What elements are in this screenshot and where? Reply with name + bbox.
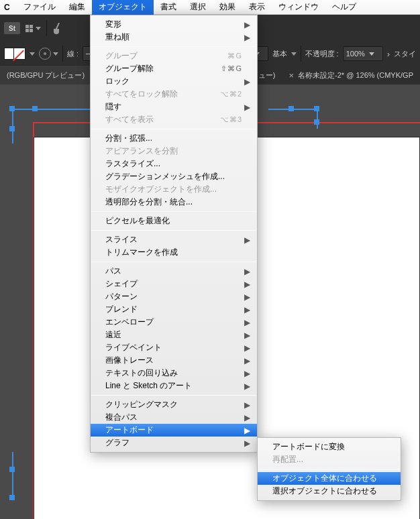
menu-item[interactable]: トリムマークを作成 <box>91 246 257 259</box>
menu-item[interactable]: 分割・拡張... <box>91 132 257 145</box>
submenu-arrow-icon: ▶ <box>244 20 250 30</box>
menu-item[interactable]: パス▶ <box>91 265 257 278</box>
menu-item-label: ライブペイント <box>105 342 162 353</box>
chevron-right-icon[interactable]: › <box>387 49 390 59</box>
menu-item-label: グループ解除 <box>105 63 154 74</box>
caret-down-icon[interactable] <box>291 52 297 56</box>
menu-item[interactable]: ブレンド▶ <box>91 303 257 316</box>
selection-handle[interactable] <box>9 126 15 131</box>
menu-item-label: スライス <box>105 234 138 245</box>
menu-item[interactable]: グループ解除⇧⌘G <box>91 62 257 75</box>
selection-handle[interactable] <box>314 119 319 125</box>
close-icon[interactable]: × <box>288 70 294 80</box>
shortcut-label: ⌥⌘2 <box>220 90 242 99</box>
submenu-arrow-icon: ▶ <box>244 331 250 340</box>
anchor-control[interactable] <box>39 48 58 60</box>
menu-item[interactable]: シェイプ▶ <box>91 278 257 290</box>
stock-icon[interactable]: St <box>4 22 20 34</box>
menu-item[interactable]: グラデーションメッシュを作成... <box>91 170 257 183</box>
submenu-arrow-icon: ▶ <box>244 439 250 448</box>
menu-item[interactable]: エンベロープ▶ <box>91 316 257 329</box>
menu-item[interactable]: ラスタライズ... <box>91 158 257 170</box>
doc-tab-3[interactable]: × 名称未設定-2* @ 126% (CMYK/GP <box>282 66 420 84</box>
menu-item[interactable]: 複合パス▶ <box>91 411 257 424</box>
menu-item-label: ラスタライズ... <box>105 158 160 170</box>
menu-item-label: ロック <box>105 76 129 87</box>
menu-item[interactable]: テキストの回り込み▶ <box>91 367 257 380</box>
menu-item[interactable]: クリッピングマスク▶ <box>91 398 257 411</box>
menu-item-label: 隠す <box>105 101 121 113</box>
app-name: C <box>0 3 17 12</box>
menu-item-label: ブレンド <box>105 304 138 315</box>
brush-icon[interactable] <box>52 21 67 36</box>
menu-separator <box>91 211 256 212</box>
menu-item-label: アートボード <box>105 424 154 436</box>
submenu-arrow-icon: ▶ <box>244 318 250 327</box>
menu-item[interactable]: ロック▶ <box>91 75 257 88</box>
submenu-arrow-icon: ▶ <box>244 267 250 276</box>
arrange-docs-button[interactable] <box>25 25 41 32</box>
menu-item-label: エンベロープ <box>105 316 154 328</box>
menu-item-label: クリッピングマスク <box>105 399 178 410</box>
submenu-arrow-icon: ▶ <box>244 356 250 365</box>
submenu-arrow-icon: ▶ <box>244 235 250 245</box>
selection-handle[interactable] <box>314 106 319 111</box>
menubar: C ファイル 編集 オブジェクト 書式 選択 効果 表示 ウィンドウ ヘルプ <box>0 0 420 15</box>
menu-item-label: オブジェクト全体に合わせる <box>272 473 377 484</box>
menu-item[interactable]: 隠す▶ <box>91 101 257 113</box>
selection-handle[interactable] <box>288 106 294 111</box>
opacity-field[interactable]: 100% <box>343 46 383 61</box>
submenu-arrow-icon: ▶ <box>244 369 250 378</box>
selection-handle[interactable] <box>9 106 15 111</box>
menu-help[interactable]: ヘルプ <box>325 0 363 15</box>
menu-separator <box>91 230 256 231</box>
menu-item[interactable]: アートボードに変換 <box>258 441 401 453</box>
menu-view[interactable]: 表示 <box>242 0 272 15</box>
grid-icon <box>25 25 33 32</box>
caret-down-icon[interactable] <box>30 52 35 56</box>
menu-item[interactable]: パターン▶ <box>91 290 257 303</box>
submenu-arrow-icon: ▶ <box>244 280 250 289</box>
menu-item[interactable]: 選択オブジェクトに合わせる <box>258 485 401 498</box>
menu-item[interactable]: アートボード▶ <box>91 424 257 437</box>
menu-file[interactable]: ファイル <box>17 0 62 15</box>
menu-effect[interactable]: 効果 <box>213 0 242 15</box>
menu-item-label: グループ <box>105 50 138 62</box>
menu-item-label: 遠近 <box>105 329 121 341</box>
menu-item[interactable]: 遠近▶ <box>91 329 257 341</box>
submenu-arrow-icon: ▶ <box>244 305 250 314</box>
submenu-arrow-icon: ▶ <box>244 426 250 435</box>
menu-edit[interactable]: 編集 <box>62 0 92 15</box>
menu-item[interactable]: 画像トレース▶ <box>91 354 257 367</box>
menu-item-label: モザイクオブジェクトを作成... <box>105 184 217 195</box>
menu-item[interactable]: ピクセルを最適化 <box>91 215 257 227</box>
submenu-arrow-icon: ▶ <box>244 343 250 353</box>
artboard-submenu: アートボードに変換再配置...オブジェクト全体に合わせる選択オブジェクトに合わせ… <box>257 437 401 501</box>
submenu-arrow-icon: ▶ <box>244 413 250 422</box>
selection-handle[interactable] <box>9 495 15 500</box>
menu-item[interactable]: グラフ▶ <box>91 437 257 449</box>
menu-object[interactable]: オブジェクト <box>92 0 154 15</box>
menu-item[interactable]: 透明部分を分割・統合... <box>91 196 257 209</box>
menu-item-label: 分割・拡張... <box>105 133 152 144</box>
menu-item-label: テキストの回り込み <box>105 367 178 379</box>
doc-tab-1[interactable]: (RGB/GPU プレビュー) <box>0 66 91 84</box>
menu-item[interactable]: スライス▶ <box>91 233 257 246</box>
fill-stroke-swatches[interactable] <box>4 48 25 60</box>
menu-select[interactable]: 選択 <box>183 0 213 15</box>
opacity-value: 100% <box>346 50 365 58</box>
menu-item[interactable]: ライブペイント▶ <box>91 341 257 354</box>
shortcut-label: ⇧⌘G <box>221 64 242 73</box>
menu-window[interactable]: ウィンドウ <box>272 0 325 15</box>
menu-item-label: パス <box>105 266 121 277</box>
selection-handle[interactable] <box>9 467 15 472</box>
menu-item-label: 選択オブジェクトに合わせる <box>272 485 377 497</box>
menu-item[interactable]: オブジェクト全体に合わせる <box>258 472 401 485</box>
menu-item[interactable]: 重ね順▶ <box>91 31 257 44</box>
menu-type[interactable]: 書式 <box>154 0 183 15</box>
menu-item[interactable]: 変形▶ <box>91 18 257 31</box>
stroke-swatch[interactable] <box>13 48 25 60</box>
menu-item[interactable]: Line と Sketch のアート▶ <box>91 380 257 392</box>
separator <box>62 46 63 62</box>
selection-handle[interactable] <box>32 106 38 111</box>
